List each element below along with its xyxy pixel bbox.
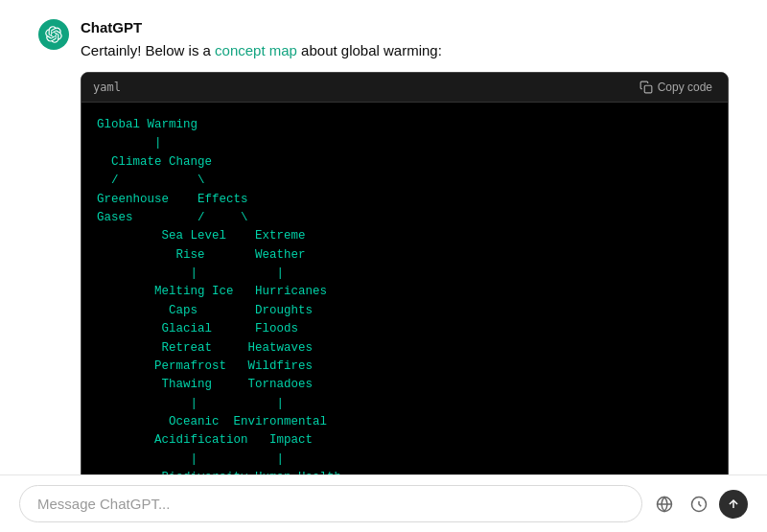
code-block-wrapper: yaml Copy code Global Warming | Climate … — [81, 72, 729, 474]
send-button[interactable] — [719, 490, 748, 519]
code-block[interactable]: Global Warming | Climate Change / \ Gree… — [81, 103, 728, 474]
globe-icon — [656, 496, 673, 513]
message-input[interactable] — [19, 485, 642, 522]
svg-rect-0 — [644, 85, 652, 93]
input-icons — [650, 490, 748, 519]
chatgpt-logo-icon — [45, 26, 62, 43]
code-block-header: yaml Copy code — [81, 73, 728, 103]
tools-button[interactable] — [685, 490, 713, 519]
chat-container: ChatGPT Certainly! Below is a concept ma… — [0, 0, 767, 474]
sender-name: ChatGPT — [81, 19, 729, 35]
concept-map-link[interactable]: concept map — [215, 42, 297, 58]
copy-code-button[interactable]: Copy code — [636, 79, 716, 96]
code-content: Global Warming | Climate Change / \ Gree… — [97, 116, 712, 474]
copy-icon — [639, 81, 653, 94]
input-bar — [0, 474, 767, 532]
avatar — [38, 19, 69, 50]
send-icon — [727, 497, 740, 511]
search-web-button[interactable] — [650, 490, 679, 519]
chatgpt-message: ChatGPT Certainly! Below is a concept ma… — [38, 19, 729, 474]
message-content: ChatGPT Certainly! Below is a concept ma… — [81, 19, 729, 474]
code-lang-label: yaml — [93, 81, 121, 94]
tools-icon — [690, 496, 708, 513]
message-text: Certainly! Below is a concept map about … — [81, 39, 729, 62]
